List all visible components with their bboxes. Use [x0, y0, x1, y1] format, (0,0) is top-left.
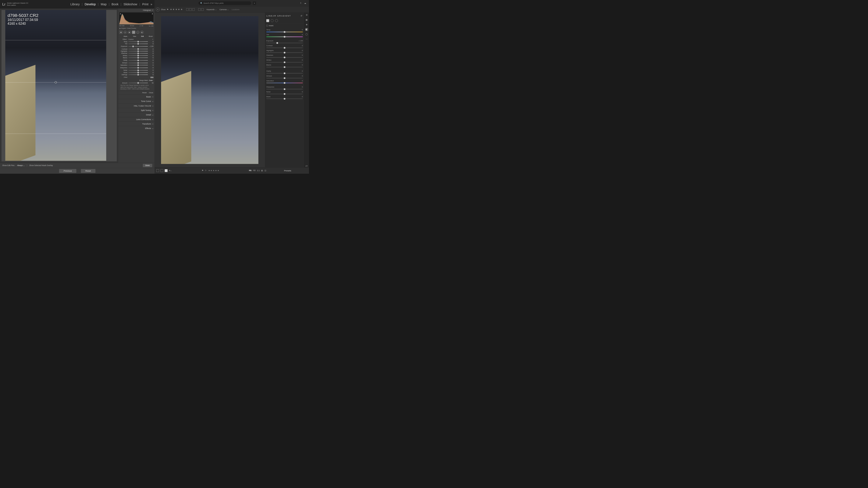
module-develop[interactable]: Develop: [85, 3, 96, 6]
gradient-pin[interactable]: [55, 82, 57, 84]
slider-blacks[interactable]: Blacks0: [119, 57, 153, 59]
flag-filter-icon[interactable]: ⚑: [167, 8, 168, 10]
histogram-header[interactable]: Histogram ▼: [118, 8, 154, 12]
sort-icon[interactable]: ≡⌄: [169, 169, 172, 172]
presets-button[interactable]: Presets: [268, 169, 307, 172]
locations-chip[interactable]: Locations: [231, 8, 240, 10]
slider-saturation[interactable]: Saturation0: [119, 64, 153, 66]
mask-new[interactable]: New: [132, 35, 137, 37]
linear-tab-icon[interactable]: [267, 19, 269, 22]
cameras-chip[interactable]: Cameras ⌄: [219, 8, 229, 10]
cc-slider-noise[interactable]: Noise0: [266, 90, 303, 95]
spot-tool-icon[interactable]: ◎: [124, 31, 127, 34]
mask-brush[interactable]: Brush: [148, 35, 153, 37]
cc-slider-highlights[interactable]: Highlights0: [266, 48, 303, 53]
module-book[interactable]: Book: [112, 3, 119, 6]
amount-row[interactable]: Amount 50: [119, 82, 153, 84]
square-view-icon[interactable]: [161, 169, 163, 172]
add-button[interactable]: ＋: [156, 8, 160, 11]
cc-slider-exposure[interactable]: Exposure– 1.59: [266, 39, 303, 44]
cc-slider-shadows[interactable]: Shadows0: [266, 53, 303, 58]
mask-overlay-check[interactable]: [26, 165, 28, 166]
cc-slider-clarity[interactable]: Clarity0: [266, 69, 303, 74]
panel-tone-curve[interactable]: Tone Curve◀: [118, 99, 154, 103]
cc-slider-blacks[interactable]: Blacks0: [266, 63, 303, 68]
share-icon[interactable]: ⇪: [299, 2, 302, 5]
cc-preview-image[interactable]: [161, 16, 258, 164]
flag-rejected-icon[interactable]: [192, 8, 194, 10]
redeye-tool-icon[interactable]: ◉: [128, 31, 131, 34]
flag-toggle-icon[interactable]: ⚑: [202, 169, 204, 172]
masking-icon[interactable]: ◧: [305, 28, 308, 31]
search-box[interactable]: 🔍 Search d798 Tokyo picks: [198, 1, 251, 5]
done-button[interactable]: Done: [143, 164, 152, 167]
slider-moiré[interactable]: Moiré0: [119, 71, 153, 73]
slider-temp[interactable]: Temp0: [119, 40, 153, 42]
star-filter[interactable]: ★ ★ ★ ★ ★: [170, 8, 183, 10]
reset-button[interactable]: Reset: [81, 169, 96, 173]
brush-tab-icon[interactable]: [271, 19, 274, 22]
effect-row[interactable]: Effect : Custom ▼: [119, 38, 153, 40]
slider-exposure[interactable]: Exposure– 2.05: [119, 45, 153, 48]
compare-icon[interactable]: ◫: [265, 169, 267, 172]
panel-effects[interactable]: Effects◀: [118, 126, 154, 131]
fit-button[interactable]: Fit: [249, 169, 251, 172]
histogram[interactable]: ▲ ▲: [119, 12, 153, 24]
slider-highlights[interactable]: Highlights0: [119, 50, 153, 52]
revert-icon[interactable]: ↺: [301, 14, 303, 17]
rating-stars[interactable]: ★ ★ ★ ★ ★: [208, 169, 219, 172]
slider-tint[interactable]: Tint0: [119, 42, 153, 45]
module-map[interactable]: Map: [101, 3, 106, 6]
panel-hsl-color-b-w[interactable]: HSL / Color / B & W◀: [118, 104, 154, 108]
slider-clarity[interactable]: Clarity0: [119, 59, 153, 62]
reject-toggle-icon[interactable]: ⚐: [205, 169, 207, 172]
slider-defringe[interactable]: Defringe0: [119, 73, 153, 76]
module-library[interactable]: Library: [70, 3, 80, 6]
flag-picked-icon[interactable]: [186, 8, 189, 10]
grid-view-icon[interactable]: [156, 169, 159, 172]
filter-button[interactable]: ▾: [253, 1, 256, 5]
pins-mode[interactable]: Always ⌄: [17, 164, 25, 166]
cc-slider-moiré[interactable]: Moiré0: [266, 94, 303, 99]
radial-icon[interactable]: ◯: [305, 33, 308, 36]
panel-basic[interactable]: Basic◀: [118, 94, 154, 99]
crop-tool-icon[interactable]: ▦: [119, 31, 123, 34]
cc-slider-contrast[interactable]: Contrast0: [266, 44, 303, 48]
slider-sharpness[interactable]: Sharpness0: [119, 66, 153, 69]
brush-tool-icon[interactable]: ◐: [141, 31, 144, 34]
cc-slider-dehaze[interactable]: Dehaze0: [266, 74, 303, 79]
mask-edit[interactable]: Edit: [140, 35, 144, 37]
invert-check[interactable]: [267, 25, 268, 27]
mask-reset[interactable]: Reset: [143, 92, 147, 94]
cc-slider-sharpness[interactable]: Sharpness0: [266, 85, 303, 90]
more-icon[interactable]: ⋯: [305, 37, 308, 40]
oneone-button[interactable]: 1:1: [257, 169, 259, 172]
slider-noise[interactable]: Noise0: [119, 69, 153, 71]
slider-whites[interactable]: Whites0: [119, 55, 153, 57]
cc-slider-saturation[interactable]: Saturation0: [266, 79, 303, 84]
preview-image[interactable]: [5, 10, 106, 161]
single-view-icon[interactable]: [165, 169, 167, 172]
develop-canvas[interactable]: d798-5037.CR2 16/11/2017 07:34:59 4160 x…: [1, 10, 117, 161]
invert-row[interactable]: Invert: [266, 24, 303, 28]
panel-transform[interactable]: Transform◀: [118, 122, 154, 126]
slider-shadows[interactable]: Shadows0: [119, 52, 153, 55]
flag-unflagged-icon[interactable]: [189, 8, 192, 10]
radial-tool-icon[interactable]: ◯: [136, 31, 140, 34]
cc-canvas[interactable]: [154, 13, 265, 167]
previous-button[interactable]: Previous: [59, 169, 76, 173]
gradient-tool-icon[interactable]: ▭: [132, 31, 135, 34]
cloud-icon[interactable]: ☁: [304, 2, 307, 5]
eraser-tab-icon[interactable]: [275, 19, 278, 22]
mask-close[interactable]: Close: [149, 92, 153, 94]
cc-slider-tint[interactable]: Tint0: [266, 33, 303, 37]
frame-b-icon[interactable]: [201, 8, 204, 10]
heal-icon[interactable]: ✚: [305, 23, 308, 26]
cc-slider-temp[interactable]: Temp0: [266, 28, 303, 33]
fill-button[interactable]: Fill: [253, 169, 255, 172]
panel-detail[interactable]: Detail◀: [118, 113, 154, 117]
range-mask-row[interactable]: Range Mask : Color ⦂: [119, 79, 153, 82]
cc-slider-whites[interactable]: Whites0: [266, 58, 303, 63]
tag-icon[interactable]: 🏷: [305, 164, 308, 167]
slider-dehaze[interactable]: Dehaze0: [119, 62, 153, 64]
